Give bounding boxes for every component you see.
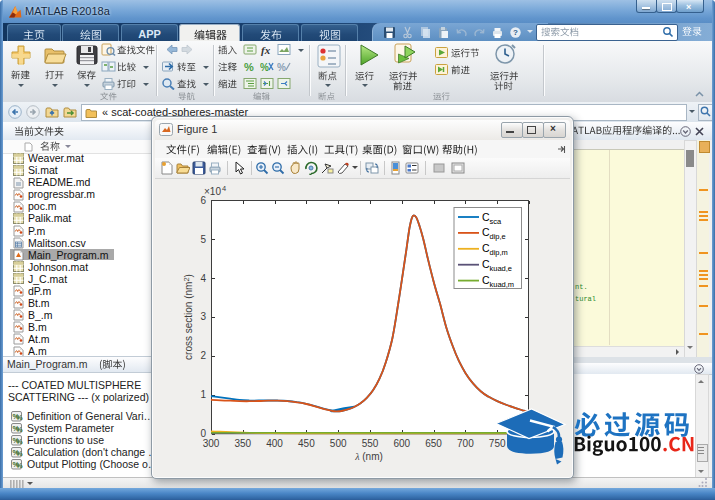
svg-text:4: 4 [222, 184, 226, 193]
svg-text:600: 600 [393, 438, 410, 449]
svg-text:500: 500 [330, 438, 347, 449]
svg-text:sca: sca [490, 217, 503, 226]
svg-text:×10: ×10 [204, 186, 221, 197]
svg-text:3: 3 [200, 311, 206, 322]
svg-text:λ (nm): λ (nm) [354, 451, 383, 462]
svg-text:dip,m: dip,m [490, 248, 508, 257]
svg-text:kuad,m: kuad,m [490, 280, 515, 289]
svg-text:2: 2 [200, 350, 206, 361]
svg-text:350: 350 [234, 438, 251, 449]
svg-text:550: 550 [362, 438, 379, 449]
svg-text:700: 700 [457, 438, 474, 449]
svg-text:1: 1 [200, 389, 206, 400]
svg-text:dip,e: dip,e [490, 232, 506, 241]
svg-text:cross section (nm2): cross section (nm2) [182, 274, 194, 360]
svg-text:5: 5 [200, 234, 206, 245]
svg-text:400: 400 [266, 438, 283, 449]
svg-text:kuad,e: kuad,e [490, 264, 513, 273]
svg-text:4: 4 [200, 273, 206, 284]
svg-text:0: 0 [200, 428, 206, 439]
svg-text:650: 650 [425, 438, 442, 449]
svg-text:450: 450 [298, 438, 315, 449]
